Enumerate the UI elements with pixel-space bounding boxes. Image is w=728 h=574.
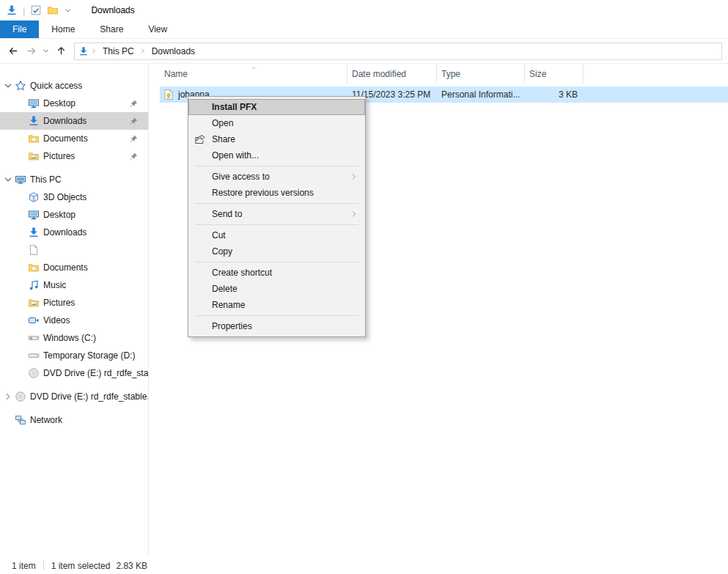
tab-file[interactable]: File <box>0 21 39 38</box>
menu-item-label: Open with... <box>212 150 259 161</box>
sidebar-item-windows-c[interactable]: Windows (C:) <box>0 329 148 347</box>
pin-icon <box>129 117 139 126</box>
breadcrumb-item-downloads[interactable]: Downloads <box>148 46 199 56</box>
file-explorer-window: | Downloads FileHomeShareView This PCDow… <box>0 0 728 574</box>
sidebar-item-documents[interactable]: Documents <box>0 259 148 276</box>
menu-item-rename[interactable]: Rename <box>188 297 365 313</box>
tab-home[interactable]: Home <box>39 21 87 38</box>
chevron-down-icon[interactable] <box>3 81 13 91</box>
column-header-type[interactable]: Type <box>437 64 525 84</box>
menu-item-copy[interactable]: Copy <box>188 243 365 260</box>
menu-item-label: Delete <box>212 284 238 294</box>
address-bar[interactable]: This PCDownloads <box>74 43 722 60</box>
videos-icon <box>28 314 40 326</box>
chevron-placeholder <box>16 315 26 325</box>
breadcrumb-item-this-pc[interactable]: This PC <box>99 46 138 56</box>
breadcrumb-chevron-icon[interactable] <box>90 47 98 55</box>
status-separator <box>43 561 44 570</box>
chevron-placeholder <box>16 151 26 161</box>
menu-item-label: Restore previous versions <box>212 188 314 198</box>
sidebar-item-documents-quick[interactable]: Documents <box>0 130 148 147</box>
chevron-placeholder <box>16 298 26 308</box>
column-header-size[interactable]: Size <box>525 64 584 84</box>
breadcrumb: This PCDownloads <box>89 46 199 56</box>
sidebar-item-network[interactable]: Network <box>0 411 148 429</box>
sidebar-item-music[interactable]: Music <box>0 276 148 294</box>
up-arrow-icon <box>56 45 67 56</box>
menu-item-label: Create shortcut <box>212 268 272 278</box>
file-size: 3 KB <box>525 89 584 100</box>
pin-icon <box>129 152 139 161</box>
sidebar-item-desktop-quick[interactable]: Desktop <box>0 95 148 112</box>
sidebar-item-this-pc[interactable]: This PC <box>0 171 148 188</box>
selection-count: 1 item selected <box>51 561 111 571</box>
chevron-placeholder <box>16 227 26 238</box>
back-button[interactable] <box>4 43 22 60</box>
pictures-icon <box>28 150 40 162</box>
status-bar: 1 item 1 item selected 2.83 KB <box>0 557 728 574</box>
sidebar-item-downloads[interactable]: Downloads <box>0 224 148 241</box>
chevron-placeholder <box>16 333 26 343</box>
chevron-placeholder <box>16 133 26 144</box>
chevron-right-icon[interactable] <box>3 391 13 402</box>
menu-item-label: Install PFX <box>212 102 257 112</box>
chevron-placeholder <box>16 210 26 220</box>
menu-separator <box>195 315 359 316</box>
windows-drive-icon <box>28 332 40 344</box>
check-icon[interactable] <box>30 4 42 16</box>
sidebar-item-unnamed-item[interactable] <box>0 241 148 259</box>
tab-view[interactable]: View <box>136 21 180 38</box>
tab-share[interactable]: Share <box>87 21 136 38</box>
pin-icon <box>129 99 139 108</box>
document-icon <box>28 244 40 256</box>
menu-item-install-pfx[interactable]: Install PFX <box>188 99 365 115</box>
sidebar-item-quick-access[interactable]: Quick access <box>0 77 148 95</box>
sidebar-item-3d-objects[interactable]: 3D Objects <box>0 188 148 206</box>
menu-item-cut[interactable]: Cut <box>188 227 365 243</box>
column-header-label: Type <box>441 69 460 79</box>
chevron-down-icon[interactable] <box>3 174 13 185</box>
sidebar-item-dvd-drive-e-2[interactable]: DVD Drive (E:) rd_rdfe_stable. <box>0 388 148 405</box>
sidebar-item-pictures[interactable]: Pictures <box>0 294 148 312</box>
titlebar: | Downloads <box>0 0 728 21</box>
documents-icon <box>28 133 40 144</box>
file-type: Personal Informati... <box>437 89 525 100</box>
up-button[interactable] <box>52 43 70 60</box>
chevron-placeholder <box>3 415 13 425</box>
folder-icon[interactable] <box>47 4 59 16</box>
downloads-icon <box>28 227 40 238</box>
star-icon <box>15 80 26 92</box>
menu-item-share[interactable]: Share <box>188 131 365 147</box>
recent-locations-button[interactable] <box>40 43 52 60</box>
menu-item-give-access-to[interactable]: Give access to <box>188 169 365 185</box>
menu-item-open[interactable]: Open <box>188 115 365 131</box>
column-header-label: Date modified <box>352 69 406 79</box>
menu-item-restore-previous-versions[interactable]: Restore previous versions <box>188 185 365 201</box>
network-icon <box>15 414 26 426</box>
dvd-icon <box>15 391 26 402</box>
certificate-icon <box>163 89 174 100</box>
sidebar-item-desktop[interactable]: Desktop <box>0 206 148 224</box>
menu-item-send-to[interactable]: Send to <box>188 206 365 222</box>
breadcrumb-chevron-icon[interactable] <box>139 47 147 55</box>
ribbon-tabs: FileHomeShareView <box>0 21 728 39</box>
sidebar-item-label: Desktop <box>43 98 76 108</box>
sidebar-item-downloads-quick[interactable]: Downloads <box>0 112 148 130</box>
sidebar-item-dvd-drive-e-1[interactable]: DVD Drive (E:) rd_rdfe_stable <box>0 364 148 382</box>
forward-button[interactable] <box>22 43 40 60</box>
menu-item-create-shortcut[interactable]: Create shortcut <box>188 265 365 281</box>
menu-separator <box>195 203 359 204</box>
menu-separator <box>195 166 359 166</box>
menu-item-properties[interactable]: Properties <box>188 318 365 334</box>
menu-separator <box>195 262 359 262</box>
menu-item-open-with[interactable]: Open with... <box>188 147 365 163</box>
chevron-placeholder <box>16 245 26 255</box>
sidebar-item-temporary-storage-d[interactable]: Temporary Storage (D:) <box>0 347 148 364</box>
menu-item-delete[interactable]: Delete <box>188 281 365 297</box>
sidebar-item-videos[interactable]: Videos <box>0 312 148 329</box>
sidebar-item-label: Videos <box>43 315 70 325</box>
chevron-down-icon[interactable] <box>64 7 72 15</box>
sidebar-item-pictures-quick[interactable]: Pictures <box>0 147 148 165</box>
cube-icon <box>28 191 40 203</box>
column-header-date-modified[interactable]: Date modified <box>348 64 437 84</box>
